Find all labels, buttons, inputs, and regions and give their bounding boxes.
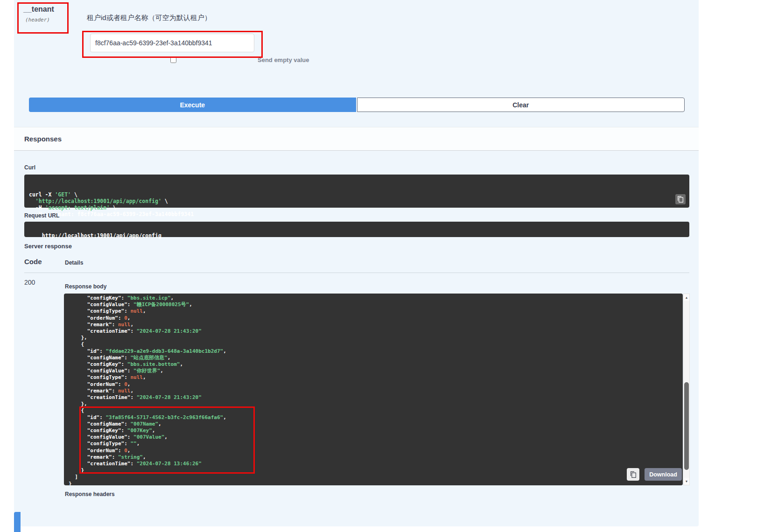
parameter-description: 租户id或者租户名称（可空为默认租户）: [87, 14, 211, 22]
table-divider: [24, 273, 689, 273]
send-empty-label: Send empty value: [258, 56, 309, 63]
server-response-label: Server response: [24, 243, 72, 250]
execute-button[interactable]: Execute: [29, 98, 356, 112]
tenant-input[interactable]: [90, 34, 254, 52]
next-endpoint-accent[interactable]: [14, 512, 21, 532]
curl-command: curl -X 'GET' \ 'http://localhost:19001/…: [29, 191, 685, 217]
parameter-name-cell: __tenant (header): [23, 5, 54, 23]
copy-icon: [678, 196, 683, 203]
send-empty-checkbox[interactable]: [170, 57, 176, 63]
code-column-header: Code: [24, 258, 42, 266]
execute-row: Execute Clear: [29, 98, 685, 112]
response-scrollbar[interactable]: ▲ ▼: [683, 294, 690, 485]
response-headers-label: Response headers: [65, 491, 115, 497]
copy-icon: [631, 471, 636, 478]
responses-header: Responses: [14, 127, 699, 151]
responses-title: Responses: [24, 135, 62, 143]
scroll-down-icon[interactable]: ▼: [684, 478, 689, 485]
operation-panel: __tenant (header) 租户id或者租户名称（可空为默认租户） Se…: [14, 0, 699, 526]
curl-label: Curl: [24, 164, 35, 171]
response-body-code: "configKey": "bbs.site.icp", "configValu…: [64, 294, 683, 485]
scroll-up-icon[interactable]: ▲: [684, 294, 689, 301]
curl-copy-button[interactable]: [675, 194, 686, 204]
request-url-value: http://localhost:19001/api/app/config: [42, 232, 161, 239]
curl-code-block: curl -X 'GET' \ 'http://localhost:19001/…: [24, 175, 689, 208]
clear-button[interactable]: Clear: [357, 98, 685, 112]
parameter-name: __tenant: [23, 5, 54, 14]
download-button[interactable]: Download: [645, 468, 682, 481]
response-body-wrapper: "configKey": "bbs.site.icp", "configValu…: [64, 294, 683, 485]
parameter-location: (header): [23, 17, 54, 23]
request-url-label: Request URL: [24, 212, 59, 219]
scroll-thumb[interactable]: [684, 382, 689, 470]
response-copy-button[interactable]: [627, 468, 639, 481]
response-body-label: Response body: [65, 283, 106, 290]
request-url-block: http://localhost:19001/api/app/config: [24, 222, 689, 237]
details-column-header: Details: [65, 259, 83, 266]
status-code: 200: [24, 279, 35, 286]
